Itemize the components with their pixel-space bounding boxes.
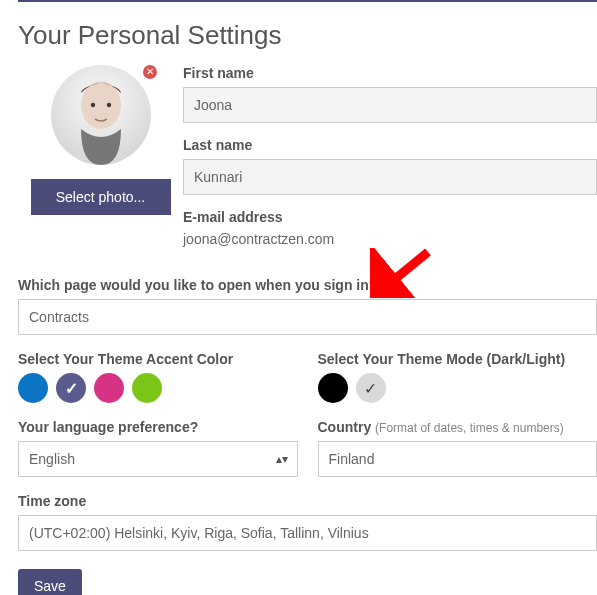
timezone-label: Time zone xyxy=(18,493,597,509)
select-photo-button[interactable]: Select photo... xyxy=(31,179,171,215)
mode-swatch-light[interactable]: ✓ xyxy=(356,373,386,403)
avatar xyxy=(51,65,151,165)
accent-swatch-green[interactable] xyxy=(132,373,162,403)
language-select[interactable] xyxy=(18,441,298,477)
accent-swatch-pink[interactable] xyxy=(94,373,124,403)
mode-swatch-dark[interactable] xyxy=(318,373,348,403)
landing-page-label: Which page would you like to open when y… xyxy=(18,277,597,293)
accent-swatch-purple[interactable] xyxy=(56,373,86,403)
email-label: E-mail address xyxy=(183,209,597,225)
last-name-label: Last name xyxy=(183,137,597,153)
email-value: joona@contractzen.com xyxy=(183,231,597,247)
remove-photo-icon[interactable]: ✕ xyxy=(143,65,157,79)
country-select[interactable] xyxy=(318,441,598,477)
first-name-input[interactable] xyxy=(183,87,597,123)
last-name-input[interactable] xyxy=(183,159,597,195)
timezone-select[interactable] xyxy=(18,515,597,551)
page-title: Your Personal Settings xyxy=(18,20,597,51)
theme-mode-label: Select Your Theme Mode (Dark/Light) xyxy=(318,351,598,367)
accent-swatch-blue[interactable] xyxy=(18,373,48,403)
country-label: Country (Format of dates, times & number… xyxy=(318,419,598,435)
accent-color-label: Select Your Theme Accent Color xyxy=(18,351,298,367)
svg-point-2 xyxy=(90,103,94,107)
language-label: Your language preference? xyxy=(18,419,298,435)
svg-point-3 xyxy=(106,103,110,107)
landing-page-select[interactable] xyxy=(18,299,597,335)
first-name-label: First name xyxy=(183,65,597,81)
top-divider xyxy=(18,0,597,2)
avatar-face-icon xyxy=(51,65,151,165)
save-button[interactable]: Save xyxy=(18,569,82,595)
